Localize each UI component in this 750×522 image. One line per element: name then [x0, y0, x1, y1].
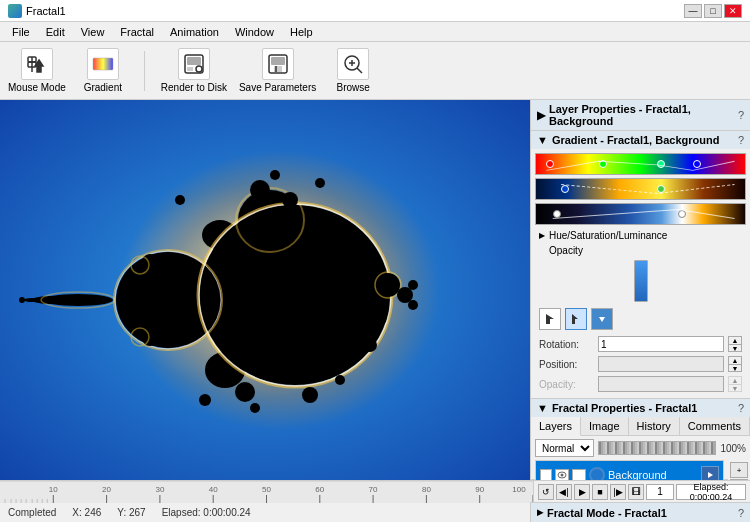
tab-layers[interactable]: Layers: [531, 417, 581, 436]
svg-marker-59: [572, 314, 578, 324]
select-tool-button[interactable]: [539, 308, 561, 330]
menu-animation[interactable]: Animation: [162, 24, 227, 40]
menu-fractal[interactable]: Fractal: [112, 24, 162, 40]
canvas-area[interactable]: [0, 100, 530, 480]
menu-view[interactable]: View: [73, 24, 113, 40]
svg-text:10: 10: [49, 485, 58, 494]
layer-list: ✓ Background: [535, 460, 724, 480]
timeline-bar: 10 20 30 40 50 60 70 80 90 100 ↺ ◀| ▶ ■ …: [0, 480, 750, 502]
svg-point-50: [175, 195, 185, 205]
expand-arrow[interactable]: ▶: [539, 231, 545, 240]
layer-eye-icon[interactable]: [555, 469, 569, 480]
svg-point-51: [315, 178, 325, 188]
maximize-button[interactable]: □: [704, 4, 722, 18]
browse-button[interactable]: Browse: [328, 48, 378, 93]
render-icon: [178, 48, 210, 80]
svg-text:40: 40: [209, 485, 218, 494]
position-row: Position: ▲ ▼: [535, 354, 746, 374]
svg-marker-58: [546, 314, 554, 324]
gradient-bar-1[interactable]: [535, 153, 746, 175]
layer-settings-button[interactable]: [701, 466, 719, 480]
close-button[interactable]: ✕: [724, 4, 742, 18]
frame-input[interactable]: [646, 484, 674, 500]
svg-point-42: [302, 387, 318, 403]
frame-button[interactable]: 🎞: [628, 484, 644, 500]
tab-image[interactable]: Image: [581, 417, 629, 435]
gradient-indicator-row: [535, 258, 746, 304]
rotation-up[interactable]: ▲: [729, 337, 741, 345]
gradient-bar-3[interactable]: [535, 203, 746, 225]
position-up[interactable]: ▲: [729, 357, 741, 365]
menu-file[interactable]: File: [4, 24, 38, 40]
play-button[interactable]: ▶: [574, 484, 590, 500]
opacity-row: Opacity: [535, 243, 746, 258]
render-to-disk-button[interactable]: Render to Disk: [161, 48, 227, 93]
pointer-tool-button[interactable]: [565, 308, 587, 330]
svg-point-63: [591, 469, 603, 480]
svg-point-54: [335, 375, 345, 385]
layer-properties-header[interactable]: ▶ Layer Properties - Fractal1, Backgroun…: [531, 100, 750, 130]
stop-button[interactable]: ■: [592, 484, 608, 500]
gradient-dropdown-button[interactable]: [591, 308, 613, 330]
svg-point-49: [348, 245, 362, 259]
svg-point-30: [19, 297, 25, 303]
position-spinner[interactable]: ▲ ▼: [728, 356, 742, 372]
opacity-field-input: [598, 376, 724, 392]
gradient-header[interactable]: ▼ Gradient - Fractal1, Background ?: [531, 131, 750, 149]
svg-text:50: 50: [262, 485, 271, 494]
fractal-mode-question[interactable]: ?: [738, 507, 744, 519]
opacity-field-row: Opacity: ▲ ▼: [535, 374, 746, 394]
svg-marker-60: [599, 317, 605, 322]
layer-controls-row: Normal 100%: [531, 436, 750, 460]
gradient-label: Gradient: [84, 82, 122, 93]
layer-row-background[interactable]: ✓ Background: [536, 461, 723, 480]
browse-label: Browse: [337, 82, 370, 93]
hsl-row: ▶ Hue/Saturation/Luminance: [535, 228, 746, 243]
add-layer-button[interactable]: +: [730, 462, 748, 478]
gradient-bar-2[interactable]: [535, 178, 746, 200]
layer-props-question[interactable]: ?: [738, 109, 744, 121]
rewind-button[interactable]: ◀|: [556, 484, 572, 500]
timeline-ruler: 10 20 30 40 50 60 70 80 90 100: [0, 481, 534, 503]
layer-lock-icon[interactable]: [572, 469, 586, 480]
rotation-down[interactable]: ▼: [729, 345, 741, 352]
y-coord: Y: 267: [117, 507, 145, 518]
gradient-title: Gradient - Fractal1, Background: [552, 134, 719, 146]
remove-layer-button[interactable]: −: [730, 479, 748, 480]
x-coord: X: 246: [72, 507, 101, 518]
layer-props-arrow: ▶: [537, 109, 545, 122]
tab-comments[interactable]: Comments: [680, 417, 750, 435]
window-controls[interactable]: — □ ✕: [684, 4, 742, 18]
menu-window[interactable]: Window: [227, 24, 282, 40]
mouse-mode-icon: [21, 48, 53, 80]
mouse-mode-button[interactable]: Mouse Mode: [8, 48, 66, 93]
svg-point-39: [250, 180, 270, 200]
fractal-props-question[interactable]: ?: [738, 402, 744, 414]
gradient-button[interactable]: Gradient: [78, 48, 128, 93]
blend-mode-select[interactable]: Normal: [535, 439, 594, 457]
timeline-controls: ↺ ◀| ▶ ■ |▶ 🎞 Elapsed: 0:00:00.24: [534, 484, 750, 500]
status-bar: Completed X: 246 Y: 267 Elapsed: 0:00:00…: [0, 502, 750, 522]
rotation-spinner[interactable]: ▲ ▼: [728, 336, 742, 352]
gradient-question[interactable]: ?: [738, 134, 744, 146]
fractal-props-header[interactable]: ▼ Fractal Properties - Fractal1 ?: [531, 399, 750, 417]
menu-help[interactable]: Help: [282, 24, 321, 40]
tab-history[interactable]: History: [629, 417, 680, 435]
right-panel: ▶ Layer Properties - Fractal1, Backgroun…: [530, 100, 750, 480]
position-input[interactable]: [598, 356, 724, 372]
svg-point-44: [142, 330, 158, 346]
loop-button[interactable]: ↺: [538, 484, 554, 500]
menu-edit[interactable]: Edit: [38, 24, 73, 40]
svg-point-41: [235, 382, 255, 402]
menu-bar: File Edit View Fractal Animation Window …: [0, 22, 750, 42]
rotation-label: Rotation:: [539, 339, 594, 350]
layer-visibility-check[interactable]: ✓: [540, 469, 552, 480]
save-parameters-button[interactable]: Save Parameters: [239, 48, 316, 93]
toolbar: Mouse Mode Gradient: [0, 42, 750, 100]
position-down[interactable]: ▼: [729, 365, 741, 372]
svg-marker-64: [708, 472, 713, 478]
rotation-input[interactable]: [598, 336, 724, 352]
forward-button[interactable]: |▶: [610, 484, 626, 500]
svg-rect-9: [187, 67, 193, 71]
minimize-button[interactable]: —: [684, 4, 702, 18]
